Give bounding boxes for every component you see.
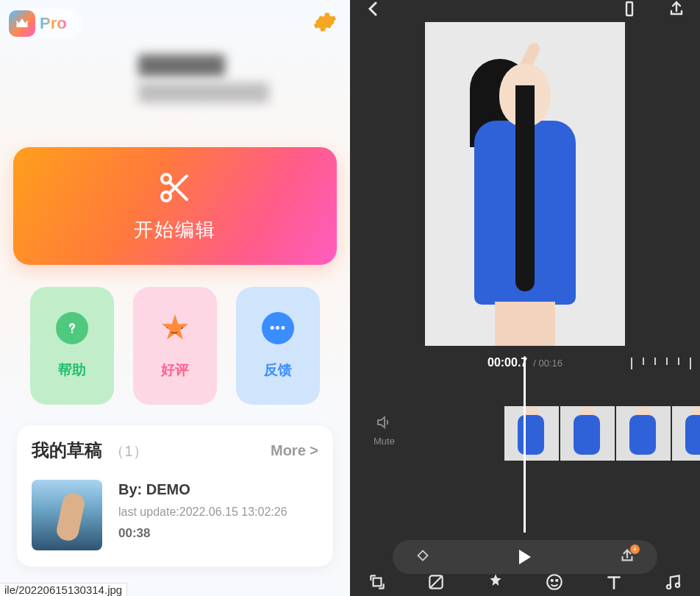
drafts-count: （1） — [110, 443, 147, 459]
export-button[interactable] — [668, 0, 685, 21]
start-edit-button[interactable]: 开始编辑 — [13, 147, 337, 265]
rate-label: 好评 — [161, 361, 189, 380]
text-icon[interactable] — [604, 572, 624, 595]
aspect-button[interactable] — [621, 0, 638, 21]
playback-bar: + — [393, 540, 657, 574]
filter-icon[interactable] — [426, 572, 446, 595]
tool-row — [350, 572, 700, 596]
back-button[interactable] — [365, 0, 382, 21]
svg-point-4 — [71, 331, 73, 333]
user-sub-redacted — [138, 82, 269, 103]
scissors-icon — [157, 170, 193, 208]
editor-topbar — [350, 0, 700, 19]
sticker-icon[interactable] — [545, 572, 564, 595]
help-button[interactable]: 帮助 — [30, 287, 114, 405]
mute-button[interactable]: Mute — [374, 414, 395, 447]
pro-label: Pro — [40, 14, 67, 33]
clip-frame — [672, 406, 700, 461]
mute-label: Mute — [374, 436, 395, 447]
file-path-hint: ile/20220615130314.jpg — [0, 583, 127, 596]
add-clip-button[interactable]: + — [619, 547, 635, 567]
draft-author: By: DEMO — [118, 481, 288, 498]
settings-button[interactable] — [312, 10, 337, 38]
draft-item[interactable]: By: DEMO last update:2022.06.15 13:02:26… — [32, 480, 318, 550]
pro-badge[interactable]: Pro — [6, 9, 82, 38]
draft-duration: 00:38 — [118, 526, 288, 541]
draft-thumbnail — [32, 480, 102, 550]
time-current: 00:00.7 — [488, 356, 527, 369]
clip-frame — [616, 406, 671, 461]
crop-icon[interactable] — [368, 572, 387, 595]
svg-point-11 — [556, 580, 557, 581]
svg-point-9 — [547, 575, 562, 589]
start-edit-label: 开始编辑 — [134, 217, 216, 243]
svg-point-10 — [551, 580, 553, 581]
music-icon[interactable] — [663, 572, 682, 595]
clip-frame — [560, 406, 615, 461]
svg-point-13 — [676, 583, 679, 587]
playhead[interactable] — [524, 356, 526, 533]
top-bar: Pro — [6, 6, 344, 38]
drafts-header: 我的草稿 （1） More > — [32, 439, 318, 462]
drafts-title: 我的草稿 — [32, 440, 102, 460]
svg-rect-5 — [626, 2, 632, 15]
timeline-ticks — [631, 358, 691, 369]
home-panel: Pro 开始编辑 帮助 • ‿ • 好评 — [0, 0, 350, 596]
play-button[interactable] — [519, 550, 531, 564]
user-info — [138, 54, 344, 103]
user-name-redacted — [138, 54, 225, 77]
svg-rect-6 — [418, 551, 428, 561]
rate-button[interactable]: • ‿ • 好评 — [133, 287, 217, 405]
more-drafts-link[interactable]: More > — [271, 442, 318, 459]
draft-meta: By: DEMO last update:2022.06.15 13:02:26… — [118, 480, 288, 550]
editor-panel: 00:00.7 / 00:16 Mute + — [350, 0, 700, 596]
feedback-button[interactable]: ••• 反馈 — [236, 287, 320, 405]
crown-icon — [9, 10, 35, 37]
feedback-label: 反馈 — [264, 361, 292, 380]
timeline[interactable]: Mute — [350, 378, 700, 481]
clip-frame — [504, 406, 559, 461]
effects-icon[interactable] — [486, 572, 505, 595]
video-preview[interactable] — [425, 22, 625, 346]
draft-updated: last update:2022.06.15 13:02:26 — [118, 505, 288, 519]
quick-actions: 帮助 • ‿ • 好评 ••• 反馈 — [6, 287, 344, 405]
svg-point-12 — [667, 585, 671, 589]
time-total: / 00:16 — [533, 358, 562, 369]
svg-rect-7 — [374, 578, 382, 586]
drafts-card: 我的草稿 （1） More > By: DEMO last update:202… — [17, 425, 333, 567]
chat-icon: ••• — [262, 312, 294, 344]
help-label: 帮助 — [58, 361, 86, 380]
clip-strip[interactable] — [504, 406, 700, 461]
help-icon — [56, 312, 88, 344]
star-icon: • ‿ • — [159, 312, 191, 344]
keyframe-button[interactable] — [415, 547, 431, 567]
